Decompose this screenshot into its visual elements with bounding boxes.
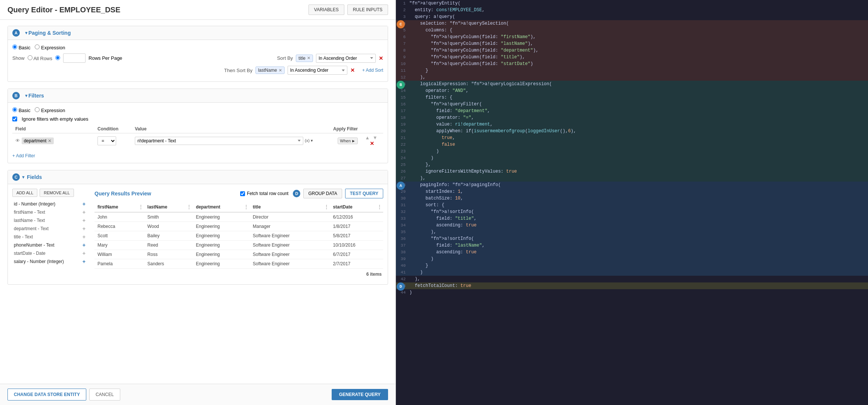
code-line: 36 "fn">a!sortInfo(	[396, 235, 868, 242]
field-add-btn[interactable]: +	[83, 226, 86, 232]
filter-condition-select[interactable]: = != < >	[97, 136, 116, 145]
table-row: JohnSmithEngineeringDirector6/12/2016	[94, 212, 383, 222]
code-line: 8 "fn">a!queryColumn(field: "department"…	[396, 47, 868, 54]
filter-value-select[interactable]: ri!department - Text	[135, 137, 303, 145]
field-add-btn[interactable]: +	[83, 209, 86, 215]
test-query-button[interactable]: TEST QUERY	[345, 189, 383, 198]
sort1-order-select[interactable]: In Ascending Order In Descending Order	[316, 54, 376, 63]
code-line: 40 }	[396, 262, 868, 269]
line-content: ),	[409, 276, 868, 282]
sort2-delete-btn[interactable]: ✕	[350, 67, 355, 73]
line-content: )	[409, 256, 868, 262]
paging-sorting-section: A ▼ Paging & Sorting Basic Expression S	[7, 26, 388, 82]
field-add-btn[interactable]: +	[83, 217, 86, 223]
line-number: 40	[396, 262, 409, 269]
sort2-order-select[interactable]: In Ascending Order In Descending Order	[288, 66, 347, 75]
cell-title: Software Engineer	[250, 231, 330, 241]
filter-down-icon[interactable]: ▼	[373, 135, 378, 140]
fetch-checkbox-label[interactable]: Fetch total row count	[240, 191, 288, 196]
code-line: 27 ),	[396, 175, 868, 182]
code-line: 6 "fn">a!queryColumn(field: "firstName")…	[396, 34, 868, 40]
line-number: 41	[396, 269, 409, 276]
filter-field-remove-icon[interactable]: ✕	[48, 138, 52, 143]
filters-header[interactable]: B ▼ Filters	[8, 89, 388, 103]
fields-chevron-icon: ▼	[21, 175, 25, 179]
col-menu-icon[interactable]: ⋮	[139, 204, 143, 210]
rows-per-page-input[interactable]: 10	[63, 53, 86, 63]
line-content: query: a!query(	[409, 13, 868, 20]
line-content: batchSize: 10,	[409, 195, 868, 202]
filter-remove-btn[interactable]: ✕	[370, 140, 374, 146]
code-line: 3 query: a!query(	[396, 13, 868, 20]
fetch-label: Fetch total row count	[247, 191, 288, 196]
line-content: )	[409, 148, 868, 155]
add-filter-button[interactable]: + Add Filter	[12, 153, 35, 158]
expression-radio-label[interactable]: Expression	[35, 44, 65, 50]
field-add-btn[interactable]: +	[83, 259, 86, 265]
cell-firstName: Pamela	[94, 259, 145, 269]
fields-preview-section: C ▼ Fields ADD ALL REMOVE ALL id - Numbe…	[7, 170, 388, 285]
cell-lastName: Smith	[145, 212, 193, 222]
cell-firstName: Scott	[94, 231, 145, 241]
generate-query-button[interactable]: GENERATE QUERY	[332, 389, 388, 400]
line-number: 24	[396, 155, 409, 161]
field-add-btn[interactable]: +	[83, 234, 86, 240]
field-add-btn[interactable]: +	[83, 250, 86, 256]
code-line: 1"fn">a!queryEntity(	[396, 0, 868, 7]
fetch-total-checkbox[interactable]	[240, 191, 245, 196]
field-item: title - Text +	[12, 233, 87, 241]
field-add-btn[interactable]: +	[83, 242, 86, 248]
add-sort-button[interactable]: + Add Sort	[362, 68, 383, 73]
field-name: department - Text	[14, 226, 49, 231]
filter-expression-radio[interactable]	[35, 107, 40, 112]
line-number: 42	[396, 276, 409, 282]
sort1-remove-icon[interactable]: ✕	[307, 56, 310, 61]
condition-col-header: Condition	[94, 125, 132, 133]
change-entity-button[interactable]: CHANGE DATA STORE ENTITY	[7, 389, 86, 401]
sort2-remove-icon[interactable]: ✕	[279, 68, 282, 73]
basic-radio-label[interactable]: Basic	[12, 44, 30, 50]
field-add-btn[interactable]: +	[83, 201, 86, 207]
filter-expression-label[interactable]: Expression	[35, 107, 65, 113]
filter-basic-label[interactable]: Basic	[12, 107, 30, 113]
all-rows-radio[interactable]	[28, 55, 32, 60]
col-menu-icon[interactable]: ⋮	[377, 204, 382, 210]
line-content: "fn">a!sortInfo(	[409, 235, 868, 242]
line-content: true,	[409, 135, 868, 141]
ignore-empty-checkbox[interactable]	[12, 117, 17, 121]
remove-all-button[interactable]: REMOVE ALL	[40, 189, 74, 197]
filter-row: 👁 department ✕ = != <	[12, 133, 383, 148]
code-line: 16 "fn">a!queryFilter(	[396, 101, 868, 108]
expression-radio[interactable]	[35, 44, 40, 49]
filter-value-icon[interactable]: (x) ▾	[305, 138, 313, 143]
line-content: "fn">a!queryColumn(field: "title"),	[409, 54, 868, 61]
line-number: 10	[396, 61, 409, 67]
filter-up-icon[interactable]: ▲	[365, 135, 370, 140]
add-all-button[interactable]: ADD ALL	[12, 189, 37, 197]
rows-num-radio-label[interactable]	[55, 55, 60, 61]
basic-radio[interactable]	[12, 44, 17, 49]
rule-inputs-button[interactable]: RULE INPUTS	[347, 4, 388, 15]
preview-header: Query Results Preview Fetch total row co…	[94, 189, 383, 198]
paging-mode-group: Basic Expression	[12, 44, 383, 50]
table-row: ScottBaileyEngineeringSoftware Engineer5…	[94, 231, 383, 241]
cancel-button[interactable]: CANCEL	[89, 389, 120, 401]
code-wrapper: 1"fn">a!queryEntity(2 entity: cons!EMPLO…	[396, 0, 868, 296]
variables-button[interactable]: VARIABLES	[309, 4, 344, 15]
col-menu-icon[interactable]: ⋮	[324, 204, 329, 210]
all-rows-radio-label[interactable]: All Rows	[28, 55, 52, 61]
col-menu-icon[interactable]: ⋮	[187, 204, 191, 210]
group-data-button[interactable]: GROUP DATA	[303, 189, 342, 198]
col-menu-icon[interactable]: ⋮	[244, 204, 248, 210]
code-line: 44)	[396, 289, 868, 296]
when-badge[interactable]: When►	[338, 137, 358, 144]
eye-icon[interactable]: 👁	[15, 138, 20, 143]
paging-sorting-header[interactable]: A ▼ Paging & Sorting	[8, 26, 388, 40]
sort1-delete-btn[interactable]: ✕	[379, 55, 383, 61]
line-number: 7	[396, 40, 409, 47]
sort-rows: Then Sort By lastName ✕ In Ascending Ord…	[12, 66, 383, 75]
filter-basic-radio[interactable]	[12, 107, 17, 112]
sort-by-label: Sort By	[277, 55, 293, 61]
rows-num-radio[interactable]	[55, 55, 60, 60]
field-item: firstName - Text +	[12, 208, 87, 216]
